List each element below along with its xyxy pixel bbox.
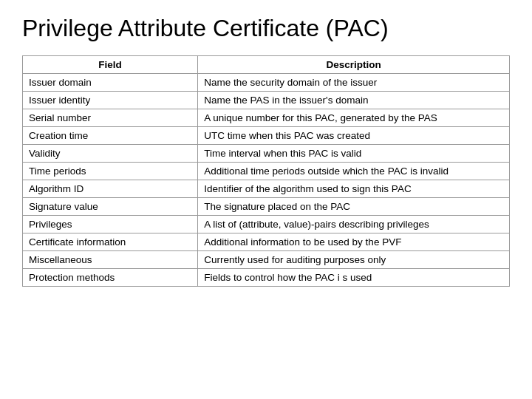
table-row: Creation timeUTC time when this PAC was … bbox=[23, 127, 510, 145]
description-cell: Time interval when this PAC is valid bbox=[198, 145, 510, 163]
pac-table: Field Description Issuer domainName the … bbox=[22, 55, 510, 287]
description-cell: Name the security domain of the issuer bbox=[198, 74, 510, 92]
table-row: ValidityTime interval when this PAC is v… bbox=[23, 145, 510, 163]
field-cell: Time periods bbox=[23, 163, 198, 180]
table-row: Issuer domainName the security domain of… bbox=[23, 74, 510, 92]
description-cell: A list of (attribute, value)-pairs descr… bbox=[198, 216, 510, 233]
table-row: Protection methodsFields to control how … bbox=[23, 269, 510, 287]
field-header: Field bbox=[23, 56, 198, 74]
field-cell: Creation time bbox=[23, 127, 198, 145]
table-row: Algorithm IDIdentifier of the algorithm … bbox=[23, 180, 510, 198]
field-cell: Algorithm ID bbox=[23, 180, 198, 198]
description-cell: Additional time periods outside which th… bbox=[198, 163, 510, 180]
page-title: Privilege Attribute Certificate (PAC) bbox=[22, 15, 510, 42]
description-cell: A unique number for this PAC, generated … bbox=[198, 109, 510, 127]
field-cell: Issuer domain bbox=[23, 74, 198, 92]
description-cell: Name the PAS in the issuer's domain bbox=[198, 92, 510, 109]
table-header-row: Field Description bbox=[23, 56, 510, 74]
table-row: PrivilegesA list of (attribute, value)-p… bbox=[23, 216, 510, 233]
field-cell: Certificate information bbox=[23, 233, 198, 251]
description-cell: Currently used for auditing purposes onl… bbox=[198, 251, 510, 269]
field-cell: Privileges bbox=[23, 216, 198, 233]
field-cell: Signature value bbox=[23, 198, 198, 216]
field-cell: Issuer identity bbox=[23, 92, 198, 109]
description-cell: Additional information to be used by the… bbox=[198, 233, 510, 251]
description-cell: UTC time when this PAC was created bbox=[198, 127, 510, 145]
description-cell: Identifier of the algorithm used to sign… bbox=[198, 180, 510, 198]
field-cell: Validity bbox=[23, 145, 198, 163]
table-row: Issuer identityName the PAS in the issue… bbox=[23, 92, 510, 109]
table-row: Time periodsAdditional time periods outs… bbox=[23, 163, 510, 180]
table-row: Signature valueThe signature placed on t… bbox=[23, 198, 510, 216]
table-row: Certificate informationAdditional inform… bbox=[23, 233, 510, 251]
table-row: MiscellaneousCurrently used for auditing… bbox=[23, 251, 510, 269]
description-header: Description bbox=[198, 56, 510, 74]
field-cell: Protection methods bbox=[23, 269, 198, 287]
field-cell: Serial number bbox=[23, 109, 198, 127]
table-row: Serial numberA unique number for this PA… bbox=[23, 109, 510, 127]
field-cell: Miscellaneous bbox=[23, 251, 198, 269]
description-cell: Fields to control how the PAC i s used bbox=[198, 269, 510, 287]
description-cell: The signature placed on the PAC bbox=[198, 198, 510, 216]
